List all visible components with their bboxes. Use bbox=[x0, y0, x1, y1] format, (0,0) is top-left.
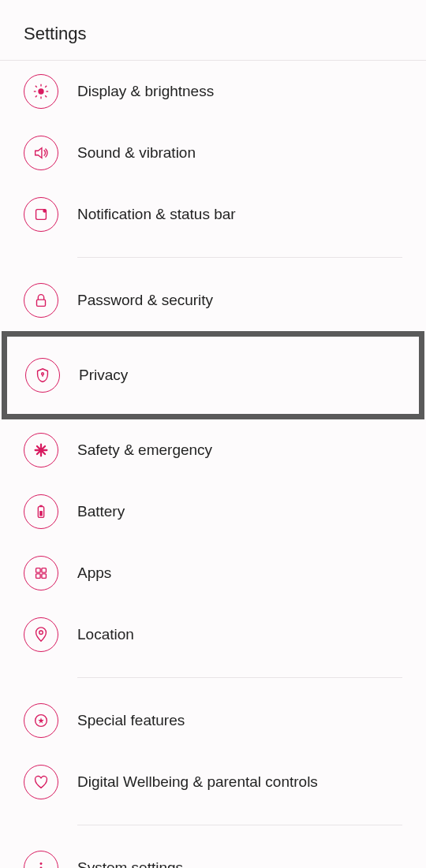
settings-item-label: Notification & status bar bbox=[77, 206, 236, 223]
settings-item-apps[interactable]: Apps bbox=[0, 542, 426, 604]
settings-item-system[interactable]: System settings bbox=[0, 837, 426, 868]
svg-point-13 bbox=[42, 373, 44, 375]
heart-icon bbox=[24, 765, 58, 799]
svg-rect-17 bbox=[39, 511, 43, 516]
svg-rect-18 bbox=[36, 568, 41, 573]
svg-point-22 bbox=[39, 631, 43, 635]
shield-icon bbox=[25, 358, 60, 393]
divider bbox=[77, 257, 402, 258]
svg-rect-12 bbox=[37, 300, 46, 306]
settings-item-label: System settings bbox=[77, 859, 183, 868]
settings-item-label: Special features bbox=[77, 712, 185, 729]
svg-line-3 bbox=[36, 86, 37, 88]
medical-icon bbox=[24, 433, 58, 468]
settings-header: Settings bbox=[0, 0, 426, 61]
divider bbox=[77, 825, 402, 825]
settings-item-label: Apps bbox=[77, 564, 111, 582]
svg-rect-21 bbox=[42, 574, 46, 579]
settings-item-password[interactable]: Password & security bbox=[0, 270, 426, 331]
settings-item-location[interactable]: Location bbox=[0, 604, 426, 665]
settings-item-label: Safety & emergency bbox=[77, 441, 212, 459]
settings-item-privacy[interactable]: Privacy bbox=[2, 331, 424, 419]
apps-icon bbox=[24, 556, 58, 590]
location-icon bbox=[24, 617, 58, 652]
settings-item-label: Location bbox=[77, 626, 134, 643]
lock-icon bbox=[24, 283, 58, 318]
settings-item-safety[interactable]: Safety & emergency bbox=[0, 419, 426, 481]
svg-point-0 bbox=[38, 88, 43, 94]
svg-rect-20 bbox=[36, 574, 41, 579]
svg-line-7 bbox=[36, 95, 37, 97]
battery-icon bbox=[24, 494, 58, 529]
settings-item-display[interactable]: Display & brightness bbox=[0, 61, 426, 122]
svg-line-8 bbox=[45, 86, 47, 88]
more-icon bbox=[24, 851, 58, 868]
svg-point-24 bbox=[40, 862, 43, 865]
settings-item-notification[interactable]: Notification & status bar bbox=[0, 184, 426, 245]
svg-point-11 bbox=[43, 209, 47, 213]
settings-item-label: Digital Wellbeing & parental controls bbox=[77, 773, 318, 791]
settings-item-battery[interactable]: Battery bbox=[0, 481, 426, 542]
settings-item-label: Privacy bbox=[79, 367, 128, 384]
settings-item-wellbeing[interactable]: Digital Wellbeing & parental controls bbox=[0, 751, 426, 813]
svg-marker-9 bbox=[36, 148, 42, 158]
star-icon bbox=[24, 703, 58, 738]
brightness-icon bbox=[24, 74, 58, 109]
settings-list: Display & brightness Sound & vibration N… bbox=[0, 61, 426, 868]
sound-icon bbox=[24, 136, 58, 170]
settings-item-label: Display & brightness bbox=[77, 83, 214, 100]
settings-item-label: Password & security bbox=[77, 292, 213, 309]
settings-item-label: Sound & vibration bbox=[77, 144, 196, 162]
settings-item-label: Battery bbox=[77, 503, 125, 520]
settings-item-sound[interactable]: Sound & vibration bbox=[0, 122, 426, 184]
svg-rect-19 bbox=[42, 568, 46, 573]
page-title: Settings bbox=[24, 24, 402, 44]
settings-item-special[interactable]: Special features bbox=[0, 690, 426, 751]
divider bbox=[77, 677, 402, 678]
svg-rect-16 bbox=[39, 505, 43, 507]
notification-icon bbox=[24, 197, 58, 232]
svg-line-4 bbox=[45, 95, 47, 97]
